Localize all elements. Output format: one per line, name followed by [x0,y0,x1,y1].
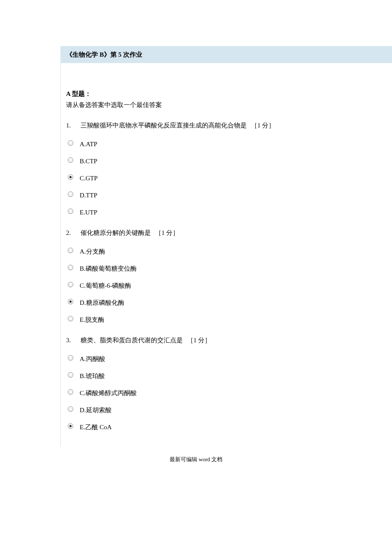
radio-cell [66,208,80,214]
question-number: 2. [66,228,81,238]
option-label: A.分支酶 [80,244,105,257]
question-number: 1. [66,120,81,130]
radio-button[interactable] [68,208,73,214]
option-label: B.磷酸葡萄糖变位酶 [80,261,137,274]
header-bar: 《生物化学 B》第 5 次作业 [61,46,392,63]
radio-button[interactable] [68,372,73,378]
questions-container: 1.三羧酸循环中底物水平磷酸化反应直接生成的高能化合物是［1 分］A.ATPB.… [66,120,387,432]
option-row: A.ATP [66,136,387,149]
question-text: 1.三羧酸循环中底物水平磷酸化反应直接生成的高能化合物是［1 分］ [66,120,387,130]
option-row: E.UTP [66,205,387,217]
question-block: 2.催化糖原分解的关键酶是［1 分］A.分支酶B.磷酸葡萄糖变位酶C.葡萄糖-6… [66,228,387,325]
option-row: C.GTP [66,171,387,183]
option-label: B.琥珀酸 [80,368,105,381]
footer-suffix: 文档 [210,456,222,462]
question-block: 1.三羧酸循环中底物水平磷酸化反应直接生成的高能化合物是［1 分］A.ATPB.… [66,120,387,217]
radio-cell [66,265,80,270]
radio-button[interactable] [68,406,73,412]
option-row: C.葡萄糖-6-磷酸酶 [66,278,387,291]
question-text: 3.糖类、脂类和蛋白质代谢的交汇点是［1 分］ [66,335,387,345]
radio-cell [66,355,80,361]
option-row: D.糖原磷酸化酶 [66,295,387,308]
footer-word: word [199,456,210,462]
option-row: D.TTP [66,188,387,200]
radio-cell [66,389,80,395]
option-label: D.延胡索酸 [80,402,112,415]
radio-cell [66,372,80,378]
question-points: ［1 分］ [187,337,211,344]
radio-button[interactable] [68,316,73,321]
radio-button[interactable] [68,140,73,146]
radio-button[interactable] [68,157,73,163]
radio-button[interactable] [68,355,73,361]
option-label: C.磷酸烯醇式丙酮酸 [80,385,137,398]
question-content: 糖类、脂类和蛋白质代谢的交汇点是［1 分］ [81,335,387,345]
option-label: C.GTP [80,171,98,183]
radio-cell [66,406,80,412]
option-row: E.脱支酶 [66,312,387,325]
option-label: D.TTP [80,188,97,200]
radio-button[interactable] [68,423,73,429]
content-area: A 型题： 请从备选答案中选取一个最佳答案 1.三羧酸循环中底物水平磷酸化反应直… [61,63,392,447]
option-row: A.丙酮酸 [66,351,387,364]
option-label: A.ATP [80,136,97,149]
question-text: 2.催化糖原分解的关键酶是［1 分］ [66,228,387,238]
radio-cell [66,248,80,253]
radio-button[interactable] [68,248,73,253]
question-block: 3.糖类、脂类和蛋白质代谢的交汇点是［1 分］A.丙酮酸B.琥珀酸C.磷酸烯醇式… [66,335,387,432]
option-label: D.糖原磷酸化酶 [80,295,124,308]
radio-button[interactable] [68,174,73,180]
radio-button[interactable] [68,191,73,197]
option-label: C.葡萄糖-6-磷酸酶 [80,278,131,291]
section-title: A 型题： [66,89,387,99]
radio-cell [66,191,80,197]
option-row: B.磷酸葡萄糖变位酶 [66,261,387,274]
page-container: 《生物化学 B》第 5 次作业 A 型题： 请从备选答案中选取一个最佳答案 1.… [61,46,392,447]
option-label: B.CTP [80,153,97,166]
radio-cell [66,157,80,163]
radio-cell [66,316,80,321]
radio-button[interactable] [68,299,73,304]
option-row: E.乙酰 CoA [66,419,387,432]
option-row: C.磷酸烯醇式丙酮酸 [66,385,387,398]
radio-cell [66,299,80,304]
radio-cell [66,174,80,180]
radio-cell [66,282,80,287]
radio-cell [66,140,80,146]
question-points: ［1 分］ [155,229,179,236]
question-content: 催化糖原分解的关键酶是［1 分］ [81,228,387,238]
footer-prefix: 最新可编辑 [170,456,199,462]
radio-button[interactable] [68,265,73,270]
header-title: 《生物化学 B》第 5 次作业 [66,51,142,58]
page-footer: 最新可编辑 word 文档 [0,455,392,464]
option-row: D.延胡索酸 [66,402,387,415]
radio-button[interactable] [68,282,73,287]
option-row: B.琥珀酸 [66,368,387,381]
option-label: E.乙酰 CoA [80,419,112,432]
question-number: 3. [66,335,81,345]
option-label: E.UTP [80,205,97,217]
question-points: ［1 分］ [251,122,275,129]
section-subtitle: 请从备选答案中选取一个最佳答案 [66,100,387,110]
radio-button[interactable] [68,389,73,395]
question-content: 三羧酸循环中底物水平磷酸化反应直接生成的高能化合物是［1 分］ [81,120,387,130]
option-row: B.CTP [66,153,387,166]
option-label: A.丙酮酸 [80,351,105,364]
radio-cell [66,423,80,429]
option-label: E.脱支酶 [80,312,104,325]
option-row: A.分支酶 [66,244,387,257]
